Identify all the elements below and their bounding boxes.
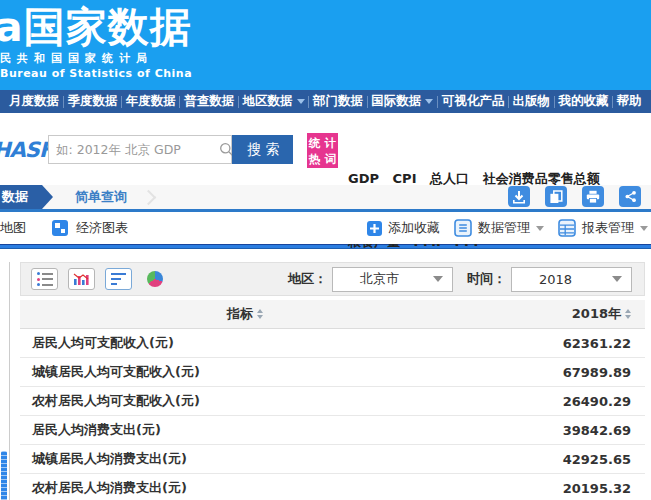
data-panel: 地区： 北京市 时间： 2018 指标 <box>20 262 645 500</box>
nav-item-publications[interactable]: 出版物 <box>513 93 551 110</box>
region-select[interactable]: 北京市 <box>332 267 453 292</box>
table-row[interactable]: 农村居民人均可支配收入(元) 26490.29 <box>20 387 645 416</box>
chevron-down-icon <box>425 99 433 104</box>
bar-chart-view-button[interactable] <box>68 268 95 290</box>
main-nav: 月度数据 季度数据 年度数据 普查数据 地区数据 部门数据 国际数据 可视化产品… <box>0 90 651 113</box>
nav-item-census-data[interactable]: 普查数据 <box>184 93 234 110</box>
hot-badge-line1: 统 计 <box>307 135 338 151</box>
download-icon <box>512 190 526 204</box>
data-manage-icon <box>454 219 472 237</box>
copy-icon <box>549 190 563 204</box>
divider <box>508 96 509 108</box>
nav-item-department-data[interactable]: 部门数据 <box>313 93 363 110</box>
tab-economic-charts[interactable]: 经济图表 <box>76 219 128 237</box>
filters: 地区： 北京市 时间： 2018 <box>288 267 634 292</box>
breadcrumb-bar: 数据 简单查询 <box>0 185 651 212</box>
hbar-view-icon <box>111 273 126 286</box>
nav-item-international-data[interactable]: 国际数据 <box>371 93 433 110</box>
table-row[interactable]: 居民人均消费支出(元) 39842.69 <box>20 416 645 445</box>
economic-chart-icon <box>52 220 68 236</box>
site-subtitle-en: Bureau of Statistics of China <box>0 67 192 80</box>
search-input[interactable] <box>49 142 219 157</box>
list-view-button[interactable] <box>31 268 58 290</box>
sort-icon[interactable] <box>257 309 263 319</box>
site-logo[interactable]: a国家数据 <box>0 0 192 55</box>
divider <box>437 96 438 108</box>
chevron-down-icon <box>612 276 622 282</box>
nav-item-annual-data[interactable]: 年度数据 <box>126 93 176 110</box>
divider <box>554 96 555 108</box>
bar-chart-view-icon <box>73 272 90 286</box>
nav-item-visualization-products[interactable]: 可视化产品 <box>442 93 505 110</box>
site-subtitle-cn: 民共和国国家统计局 <box>0 51 153 66</box>
divider <box>121 96 122 108</box>
hbar-view-button[interactable] <box>105 268 132 290</box>
scrollbar-thumb[interactable] <box>1 451 7 500</box>
management-actions: 添加收藏 数据管理 报表管理 <box>367 212 648 244</box>
add-favorite-button[interactable]: 添加收藏 <box>388 219 440 237</box>
hot-badge-line2: 热 词 <box>307 151 338 167</box>
nav-item-my-favorites[interactable]: 我的收藏 <box>558 93 608 110</box>
share-icon <box>624 190 637 203</box>
divider <box>367 96 368 108</box>
nav-item-monthly-data[interactable]: 月度数据 <box>9 93 59 110</box>
pie-chart-view-button[interactable] <box>147 271 163 287</box>
nav-item-regional-data[interactable]: 地区数据 <box>243 93 305 110</box>
divider <box>179 96 180 108</box>
nav-item-help[interactable]: 帮助 <box>617 93 642 110</box>
divider <box>238 96 239 108</box>
search-section: HASHU 搜索 统 计 热 词 GDP CPI 总人口 社会消费品零售总额 粮… <box>0 113 651 185</box>
list-view-icon <box>37 272 53 286</box>
chevron-down-icon[interactable] <box>640 226 648 231</box>
sort-icon[interactable] <box>625 309 631 319</box>
breadcrumb-simple-query[interactable]: 简单查询 <box>75 188 127 206</box>
download-button[interactable] <box>508 186 530 207</box>
divider <box>308 96 309 108</box>
table-header: 指标 2018年 <box>20 300 645 329</box>
chevron-down-icon <box>433 276 443 282</box>
tab-data-map[interactable]: 地图 <box>0 219 26 237</box>
data-manage-button[interactable]: 数据管理 <box>478 219 530 237</box>
report-manage-icon <box>558 219 576 237</box>
search-button[interactable]: 搜索 <box>232 135 293 164</box>
nav-item-quarterly-data[interactable]: 季度数据 <box>67 93 117 110</box>
print-icon <box>586 190 600 204</box>
divider <box>612 96 613 108</box>
share-button[interactable] <box>619 186 641 207</box>
region-label: 地区： <box>288 270 327 288</box>
table-row[interactable]: 农村居民人均消费支出(元) 20195.32 <box>20 474 645 500</box>
divider <box>63 96 64 108</box>
hot-words-badge: 统 计 热 词 <box>307 133 338 168</box>
table-row[interactable]: 城镇居民人均消费支出(元) 42925.65 <box>20 445 645 474</box>
view-toolbar: 地区： 北京市 时间： 2018 <box>20 262 645 296</box>
content-area: 地区： 北京市 时间： 2018 指标 <box>0 262 651 500</box>
tab-annual-data[interactable]: 数据 <box>0 185 42 209</box>
page: a国家数据 民共和国国家统计局 Bureau of Statistics of … <box>0 0 651 500</box>
left-panel-edge <box>0 262 10 500</box>
time-select[interactable]: 2018 <box>511 267 632 292</box>
chevron-down-icon <box>297 99 305 104</box>
toolbar-actions <box>508 186 641 207</box>
copy-button[interactable] <box>545 186 567 207</box>
site-banner: a国家数据 民共和国国家统计局 Bureau of Statistics of … <box>0 0 651 90</box>
print-button[interactable] <box>582 186 604 207</box>
search-box <box>48 135 232 164</box>
table-row[interactable]: 城镇居民人均可支配收入(元) 67989.89 <box>20 358 645 387</box>
report-manage-button[interactable]: 报表管理 <box>582 219 634 237</box>
view-tabs-row: 地图 经济图表 添加收藏 数据管理 报表管理 <box>0 212 651 244</box>
year-header: 2018年 <box>572 305 621 323</box>
chevron-down-icon[interactable] <box>536 226 544 231</box>
chevron-right-icon <box>141 189 157 205</box>
indicator-header: 指标 <box>227 305 253 323</box>
table-row[interactable]: 居民人均可支配收入(元) 62361.22 <box>20 329 645 358</box>
add-icon <box>367 221 382 236</box>
time-label: 时间： <box>467 270 506 288</box>
